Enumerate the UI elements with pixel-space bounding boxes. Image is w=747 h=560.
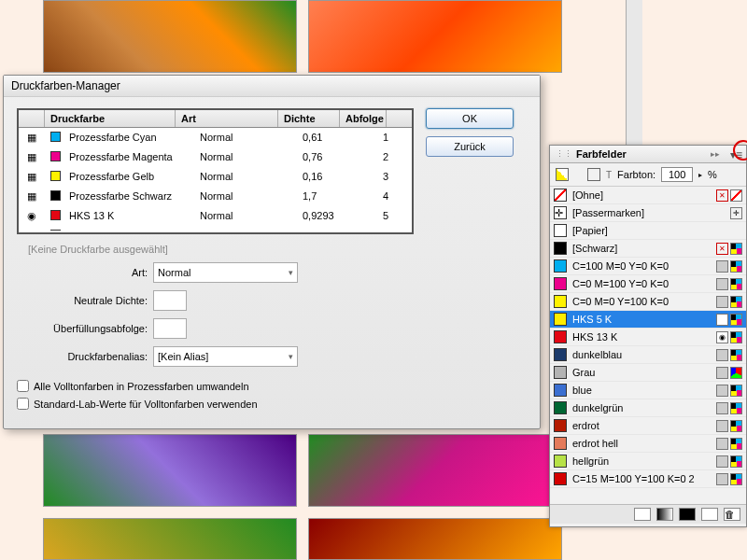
ink-row[interactable]: ▦Prozessfarbe CyanNormal0,611	[19, 128, 412, 147]
convert-spot-checkbox[interactable]	[17, 380, 29, 392]
alias-label: Druckfarbenalias:	[17, 351, 148, 362]
ink-dichte: 1,7	[297, 189, 359, 204]
text-fill-icon[interactable]: T	[606, 170, 612, 180]
fill-stroke-icon[interactable]	[556, 168, 569, 181]
swatch-row[interactable]: HKS 13 K◉	[550, 329, 746, 346]
ink-row[interactable]: ◉HKS 13 KNormal0,92935	[19, 206, 412, 226]
swatch-row[interactable]: [Ohne]✕	[550, 187, 746, 204]
neutrale-dichte-label: Neutrale Dichte:	[17, 295, 148, 306]
swatch-type-icons	[716, 260, 742, 273]
col-dichte[interactable]: Dichte	[278, 110, 340, 127]
ink-abfolge: 6	[359, 228, 405, 231]
swatch-row[interactable]: dunkelgrün	[550, 399, 746, 417]
no-selection-label: [Keine Druckfarbe ausgewählt]	[17, 244, 527, 255]
ink-abfolge: 1	[359, 130, 405, 146]
ink-row[interactable]: ▦Prozessfarbe SchwarzNormal1,74	[19, 187, 412, 206]
col-icon[interactable]	[19, 110, 45, 127]
ink-swatch	[45, 169, 63, 185]
swatch-type-icons	[716, 385, 742, 397]
chevron-down-icon: ▾	[289, 268, 293, 277]
ueberfuellung-input[interactable]	[153, 318, 187, 339]
art-combo[interactable]: Normal▾	[153, 262, 298, 283]
swatch-row[interactable]: dunkelblau	[550, 346, 746, 364]
new-swatch-icon[interactable]	[701, 508, 718, 521]
swatch-name: C=0 M=100 Y=0 K=0	[572, 278, 716, 289]
swatch-type-icons	[716, 296, 742, 308]
ink-row[interactable]: ▦Prozessfarbe GelbNormal0,163	[19, 167, 412, 187]
farbton-input[interactable]	[661, 167, 693, 182]
chevron-down-icon: ▾	[289, 352, 293, 361]
ink-name: HKS 13 K	[63, 208, 194, 224]
swatch-type-icons	[716, 438, 742, 450]
large-swatch-icon[interactable]	[679, 508, 696, 521]
col-art[interactable]: Art	[176, 110, 278, 127]
convert-spot-label: Alle Volltonfarben in Prozessfarben umwa…	[34, 381, 249, 392]
ink-swatch	[45, 208, 63, 224]
swatch-type-icons	[716, 473, 742, 485]
swatch-name: C=15 M=100 Y=100 K=0 2	[572, 473, 716, 484]
back-button[interactable]: Zurück	[426, 136, 514, 157]
col-abfolge[interactable]: Abfolge	[340, 110, 387, 127]
collapse-icon[interactable]: ▸▸	[711, 149, 720, 159]
container-fill-icon[interactable]	[587, 168, 600, 181]
swatch-name: Grau	[572, 367, 716, 378]
ink-type-icon: ▦	[19, 149, 45, 165]
ink-type-icon: ▦	[19, 130, 45, 146]
delete-swatch-icon[interactable]: 🗑	[724, 508, 740, 521]
swatch-row[interactable]: erdrot hell	[550, 435, 746, 453]
photo-thumb	[43, 518, 297, 560]
ink-row[interactable]: ◉HKS 5 KNormal0,32336	[19, 226, 412, 231]
neutrale-dichte-input[interactable]	[153, 290, 187, 311]
ink-table[interactable]: Druckfarbe Art Dichte Abfolge ▦Prozessfa…	[17, 108, 414, 234]
swatch-row[interactable]: ✛[Passermarken]✛	[550, 204, 746, 222]
swatch-type-icons: ✛	[730, 207, 742, 219]
swatch-row[interactable]: erdrot	[550, 417, 746, 435]
ink-dichte: 0,61	[297, 130, 359, 146]
photo-thumb	[43, 434, 297, 507]
ink-abfolge: 3	[359, 169, 405, 185]
panel-menu-icon[interactable]: ▾≡	[730, 148, 742, 161]
grip-icon: ⋮⋮	[556, 149, 572, 159]
ink-art: Normal	[194, 130, 297, 146]
ink-art: Normal	[194, 228, 297, 231]
swatch-row[interactable]: C=0 M=0 Y=100 K=0	[550, 293, 746, 311]
swatch-type-icons	[716, 367, 742, 379]
ink-name: Prozessfarbe Schwarz	[63, 189, 194, 204]
swatch-row[interactable]: [Schwarz]✕	[550, 240, 746, 258]
swatch-row[interactable]: blue	[550, 382, 746, 399]
ink-dichte: 0,3233	[297, 228, 359, 231]
lab-values-checkbox[interactable]	[17, 398, 29, 410]
swatch-type-icons: ◉	[716, 331, 742, 343]
show-swatch-icon[interactable]	[634, 508, 651, 521]
swatch-row[interactable]: Grau	[550, 364, 746, 382]
photo-thumb	[308, 0, 562, 73]
swatch-name: [Ohne]	[572, 189, 716, 201]
swatch-type-icons	[716, 455, 742, 468]
swatch-name: [Schwarz]	[572, 243, 716, 254]
ink-abfolge: 2	[359, 149, 405, 165]
swatch-row[interactable]: [Papier]	[550, 222, 746, 240]
swatch-row[interactable]: hellgrün	[550, 453, 746, 470]
ink-art: Normal	[194, 169, 297, 185]
lab-values-label: Standard-Lab-Werte für Volltonfarben ver…	[34, 399, 258, 410]
farbton-label: Farbton:	[617, 169, 655, 180]
swatch-type-icons	[716, 278, 742, 290]
small-swatch-icon[interactable]	[656, 508, 673, 521]
alias-combo[interactable]: [Kein Alias]▾	[153, 346, 298, 367]
ink-dichte: 0,76	[297, 149, 359, 165]
swatch-name: HKS 5 K	[572, 314, 716, 325]
ok-button[interactable]: OK	[426, 108, 514, 129]
swatch-name: dunkelblau	[572, 349, 716, 360]
ink-abfolge: 4	[359, 189, 405, 204]
ink-swatch	[45, 149, 63, 165]
swatch-row[interactable]: C=100 M=0 Y=0 K=0	[550, 258, 746, 275]
swatch-type-icons	[716, 420, 742, 432]
photo-thumb	[308, 518, 562, 560]
col-name[interactable]: Druckfarbe	[45, 110, 176, 127]
slider-arrow-icon[interactable]: ▸	[698, 171, 702, 179]
swatch-row[interactable]: C=15 M=100 Y=100 K=0 2	[550, 470, 746, 488]
swatch-row[interactable]: C=0 M=100 Y=0 K=0	[550, 275, 746, 293]
ink-row[interactable]: ▦Prozessfarbe MagentaNormal0,762	[19, 147, 412, 167]
ink-type-icon: ▦	[19, 169, 45, 185]
swatch-row[interactable]: HKS 5 K◉	[550, 311, 746, 329]
